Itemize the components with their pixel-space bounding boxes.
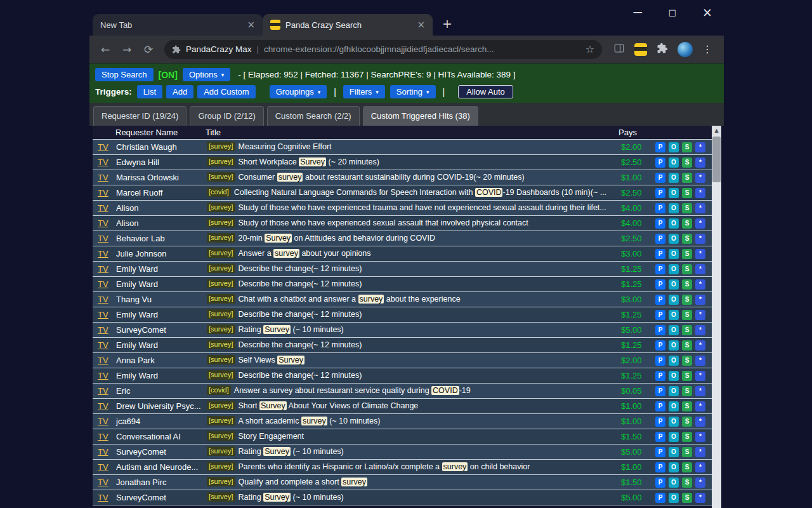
star-button[interactable]: *: [695, 279, 705, 290]
p-button[interactable]: P: [655, 264, 665, 274]
s-button[interactable]: S: [682, 203, 692, 213]
p-button[interactable]: P: [655, 401, 665, 411]
table-row[interactable]: TVEmily Ward[survey]Describe the change(…: [93, 368, 712, 384]
s-button[interactable]: S: [682, 142, 692, 152]
table-row[interactable]: TVEmily Ward[survey]Describe the change(…: [93, 338, 712, 353]
table-row[interactable]: TVConversational AI[survey]Story Engagem…: [93, 429, 712, 444]
star-button[interactable]: *: [695, 188, 705, 198]
scrollbar-thumb[interactable]: [712, 137, 721, 182]
table-row[interactable]: TVJulie Johnson[survey]Answer a survey a…: [93, 246, 712, 262]
o-button[interactable]: O: [669, 218, 679, 229]
s-button[interactable]: S: [682, 234, 692, 244]
profile-avatar[interactable]: [678, 42, 693, 57]
tv-link[interactable]: TV: [93, 249, 115, 258]
star-button[interactable]: *: [695, 478, 705, 488]
tv-link[interactable]: TV: [93, 356, 115, 365]
o-button[interactable]: O: [669, 340, 679, 351]
s-button[interactable]: S: [682, 264, 692, 274]
s-button[interactable]: S: [682, 279, 692, 290]
tv-link[interactable]: TV: [93, 264, 115, 274]
s-button[interactable]: S: [682, 401, 692, 411]
table-row[interactable]: TVDrew University Psyc...[survey]Short S…: [93, 399, 712, 414]
s-button[interactable]: S: [682, 417, 692, 427]
menu-dots-icon[interactable]: ⋮: [702, 43, 712, 55]
star-button[interactable]: *: [695, 325, 705, 335]
o-button[interactable]: O: [669, 325, 679, 335]
close-window-button[interactable]: ×: [702, 5, 712, 19]
tv-link[interactable]: TV: [93, 142, 115, 152]
star-button[interactable]: *: [695, 295, 705, 305]
s-button[interactable]: S: [682, 386, 692, 396]
reload-icon[interactable]: ⟳: [139, 43, 158, 56]
p-button[interactable]: P: [655, 325, 665, 335]
s-button[interactable]: S: [682, 325, 692, 335]
o-button[interactable]: O: [669, 157, 679, 168]
tv-link[interactable]: TV: [93, 279, 115, 289]
p-button[interactable]: P: [655, 371, 665, 381]
star-button[interactable]: *: [695, 203, 705, 213]
s-button[interactable]: S: [682, 447, 692, 457]
table-row[interactable]: TVBehavior Lab[survey]20-min Survey on A…: [93, 231, 712, 246]
o-button[interactable]: O: [669, 279, 679, 290]
search-tab-1[interactable]: Requester ID (19/24): [93, 106, 187, 126]
o-button[interactable]: O: [669, 310, 679, 320]
p-button[interactable]: P: [655, 203, 665, 213]
s-button[interactable]: S: [682, 478, 692, 488]
table-row[interactable]: TVEmily Ward[survey]Describe the change(…: [93, 262, 712, 277]
star-button[interactable]: *: [695, 417, 705, 427]
s-button[interactable]: S: [682, 157, 692, 168]
table-row[interactable]: TVSurveyComet[survey]Rating Survey (~ 10…: [93, 323, 712, 338]
table-row[interactable]: TVAlison[survey]Study of those who have …: [93, 201, 712, 216]
tv-link[interactable]: TV: [93, 371, 115, 380]
table-row[interactable]: TVChristian Waugh[survey]Measuring Cogni…: [93, 140, 712, 155]
p-button[interactable]: P: [655, 234, 665, 244]
o-button[interactable]: O: [669, 188, 679, 198]
p-button[interactable]: P: [655, 386, 665, 396]
star-button[interactable]: *: [695, 432, 705, 442]
tv-link[interactable]: TV: [93, 157, 115, 167]
s-button[interactable]: S: [682, 432, 692, 442]
o-button[interactable]: O: [669, 417, 679, 427]
star-button[interactable]: *: [695, 462, 705, 472]
trigger-list-button[interactable]: List: [137, 85, 162, 98]
browser-tab-pandacrazy[interactable]: Panda Crazy Search ×: [263, 14, 433, 36]
o-button[interactable]: O: [669, 234, 679, 244]
star-button[interactable]: *: [695, 310, 705, 320]
table-row[interactable]: TVjca694[survey]A short academic survey …: [93, 414, 712, 429]
table-row[interactable]: TVAutism and Neurode...[survey]Parents w…: [93, 460, 712, 475]
minimize-button[interactable]: —: [633, 6, 643, 18]
s-button[interactable]: S: [682, 218, 692, 229]
tv-link[interactable]: TV: [93, 493, 115, 502]
scroll-up-arrow-icon[interactable]: ▲: [712, 126, 721, 135]
back-icon[interactable]: ←: [96, 43, 115, 56]
s-button[interactable]: S: [682, 356, 692, 366]
star-button[interactable]: *: [695, 173, 705, 183]
table-row[interactable]: TVEmily Ward[survey]Describe the change(…: [93, 307, 712, 323]
table-row[interactable]: TVThang Vu[survey]Chat with a chatbot an…: [93, 292, 712, 307]
close-tab-icon[interactable]: ×: [417, 19, 425, 30]
tv-link[interactable]: TV: [93, 310, 115, 319]
tv-link[interactable]: TV: [93, 478, 115, 487]
p-button[interactable]: P: [655, 432, 665, 442]
table-row[interactable]: TVMarcel Ruoff[covid]Collecting Natural …: [93, 185, 712, 201]
p-button[interactable]: P: [655, 173, 665, 183]
star-button[interactable]: *: [695, 234, 705, 244]
forward-icon[interactable]: →: [117, 43, 136, 56]
tv-link[interactable]: TV: [93, 234, 115, 243]
tv-link[interactable]: TV: [93, 203, 115, 213]
scrollbar[interactable]: ▲: [712, 126, 721, 508]
o-button[interactable]: O: [669, 356, 679, 366]
close-tab-icon[interactable]: ×: [247, 19, 255, 30]
tv-link[interactable]: TV: [93, 340, 115, 350]
o-button[interactable]: O: [669, 173, 679, 183]
s-button[interactable]: S: [682, 310, 692, 320]
tv-link[interactable]: TV: [93, 417, 115, 426]
star-button[interactable]: *: [695, 401, 705, 411]
table-row[interactable]: TVEdwyna Hill[survey]Short Workplace Sur…: [93, 155, 712, 170]
table-row[interactable]: TVAlison[survey]Study of those who have …: [93, 216, 712, 231]
p-button[interactable]: P: [655, 279, 665, 290]
sorting-dropdown[interactable]: Sorting ▾: [390, 85, 436, 98]
trigger-add-custom-button[interactable]: Add Custom: [197, 85, 256, 98]
p-button[interactable]: P: [655, 188, 665, 198]
star-button[interactable]: *: [695, 371, 705, 381]
